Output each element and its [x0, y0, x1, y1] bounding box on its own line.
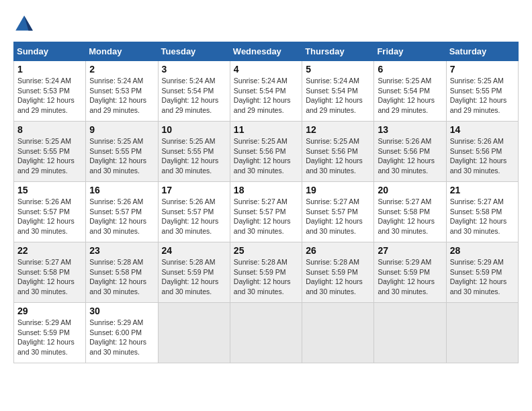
day-info: Sunrise: 5:26 AM Sunset: 5:57 PM Dayligh… — [17, 197, 82, 236]
calendar-cell: 9Sunrise: 5:25 AM Sunset: 5:55 PM Daylig… — [86, 122, 158, 182]
day-number: 11 — [234, 124, 298, 135]
day-number: 15 — [17, 185, 82, 195]
weekday-header-thursday: Thursday — [302, 42, 374, 61]
day-info: Sunrise: 5:25 AM Sunset: 5:54 PM Dayligh… — [378, 76, 442, 116]
day-number: 9 — [89, 124, 154, 135]
header — [13, 13, 519, 35]
calendar-cell: 21Sunrise: 5:27 AM Sunset: 5:58 PM Dayli… — [446, 182, 518, 242]
day-number: 25 — [234, 245, 298, 256]
day-number: 30 — [89, 306, 154, 316]
day-info: Sunrise: 5:28 AM Sunset: 5:59 PM Dayligh… — [162, 257, 226, 297]
logo-icon — [13, 13, 35, 35]
day-number: 1 — [17, 64, 82, 75]
day-number: 29 — [17, 306, 82, 316]
calendar-cell — [158, 303, 230, 363]
day-number: 26 — [306, 245, 370, 256]
day-number: 27 — [378, 245, 442, 256]
day-info: Sunrise: 5:29 AM Sunset: 5:59 PM Dayligh… — [450, 257, 515, 297]
day-number: 18 — [234, 185, 298, 195]
day-info: Sunrise: 5:25 AM Sunset: 5:55 PM Dayligh… — [450, 76, 515, 116]
day-info: Sunrise: 5:26 AM Sunset: 5:57 PM Dayligh… — [89, 197, 154, 236]
calendar-cell: 2Sunrise: 5:24 AM Sunset: 5:53 PM Daylig… — [86, 61, 158, 122]
day-info: Sunrise: 5:24 AM Sunset: 5:54 PM Dayligh… — [306, 76, 370, 116]
calendar-cell: 13Sunrise: 5:26 AM Sunset: 5:56 PM Dayli… — [374, 122, 446, 182]
weekday-header-tuesday: Tuesday — [158, 42, 230, 61]
calendar-table: SundayMondayTuesdayWednesdayThursdayFrid… — [13, 42, 519, 363]
day-number: 6 — [378, 64, 442, 75]
day-info: Sunrise: 5:29 AM Sunset: 5:59 PM Dayligh… — [378, 257, 442, 297]
day-info: Sunrise: 5:27 AM Sunset: 5:57 PM Dayligh… — [306, 197, 370, 236]
day-number: 5 — [306, 64, 370, 75]
calendar-cell: 18Sunrise: 5:27 AM Sunset: 5:57 PM Dayli… — [230, 182, 302, 242]
day-number: 2 — [89, 64, 154, 75]
day-info: Sunrise: 5:27 AM Sunset: 5:58 PM Dayligh… — [450, 197, 515, 236]
calendar-cell: 11Sunrise: 5:25 AM Sunset: 5:56 PM Dayli… — [230, 122, 302, 182]
day-info: Sunrise: 5:27 AM Sunset: 5:58 PM Dayligh… — [17, 257, 82, 297]
day-info: Sunrise: 5:29 AM Sunset: 6:00 PM Dayligh… — [89, 318, 154, 357]
weekday-header-monday: Monday — [86, 42, 158, 61]
day-number: 8 — [17, 124, 82, 135]
day-info: Sunrise: 5:24 AM Sunset: 5:53 PM Dayligh… — [17, 76, 82, 116]
week-row-2: 8Sunrise: 5:25 AM Sunset: 5:55 PM Daylig… — [14, 122, 519, 182]
calendar-cell: 1Sunrise: 5:24 AM Sunset: 5:53 PM Daylig… — [14, 61, 86, 122]
day-info: Sunrise: 5:28 AM Sunset: 5:59 PM Dayligh… — [306, 257, 370, 297]
calendar-cell: 24Sunrise: 5:28 AM Sunset: 5:59 PM Dayli… — [158, 242, 230, 303]
calendar-cell: 4Sunrise: 5:24 AM Sunset: 5:54 PM Daylig… — [230, 61, 302, 122]
day-info: Sunrise: 5:27 AM Sunset: 5:58 PM Dayligh… — [378, 197, 442, 236]
day-info: Sunrise: 5:25 AM Sunset: 5:55 PM Dayligh… — [162, 136, 226, 176]
calendar-cell: 16Sunrise: 5:26 AM Sunset: 5:57 PM Dayli… — [86, 182, 158, 242]
week-row-5: 29Sunrise: 5:29 AM Sunset: 5:59 PM Dayli… — [14, 303, 519, 363]
day-info: Sunrise: 5:25 AM Sunset: 5:56 PM Dayligh… — [234, 136, 298, 176]
weekday-header-row: SundayMondayTuesdayWednesdayThursdayFrid… — [14, 42, 519, 61]
day-info: Sunrise: 5:25 AM Sunset: 5:55 PM Dayligh… — [17, 136, 82, 176]
day-info: Sunrise: 5:26 AM Sunset: 5:56 PM Dayligh… — [378, 136, 442, 176]
day-info: Sunrise: 5:24 AM Sunset: 5:54 PM Dayligh… — [234, 76, 298, 116]
calendar-cell: 20Sunrise: 5:27 AM Sunset: 5:58 PM Dayli… — [374, 182, 446, 242]
day-number: 3 — [162, 64, 226, 75]
calendar-cell — [302, 303, 374, 363]
calendar-cell: 27Sunrise: 5:29 AM Sunset: 5:59 PM Dayli… — [374, 242, 446, 303]
day-info: Sunrise: 5:28 AM Sunset: 5:59 PM Dayligh… — [234, 257, 298, 297]
calendar-cell: 25Sunrise: 5:28 AM Sunset: 5:59 PM Dayli… — [230, 242, 302, 303]
calendar-cell: 26Sunrise: 5:28 AM Sunset: 5:59 PM Dayli… — [302, 242, 374, 303]
day-number: 24 — [162, 245, 226, 256]
logo — [13, 13, 38, 35]
day-info: Sunrise: 5:29 AM Sunset: 5:59 PM Dayligh… — [17, 318, 82, 357]
day-number: 12 — [306, 124, 370, 135]
calendar-cell: 6Sunrise: 5:25 AM Sunset: 5:54 PM Daylig… — [374, 61, 446, 122]
day-info: Sunrise: 5:26 AM Sunset: 5:57 PM Dayligh… — [162, 197, 226, 236]
day-info: Sunrise: 5:25 AM Sunset: 5:56 PM Dayligh… — [306, 136, 370, 176]
calendar-cell: 14Sunrise: 5:26 AM Sunset: 5:56 PM Dayli… — [446, 122, 518, 182]
day-number: 22 — [17, 245, 82, 256]
day-info: Sunrise: 5:24 AM Sunset: 5:53 PM Dayligh… — [89, 76, 154, 116]
week-row-4: 22Sunrise: 5:27 AM Sunset: 5:58 PM Dayli… — [14, 242, 519, 303]
day-info: Sunrise: 5:27 AM Sunset: 5:57 PM Dayligh… — [234, 197, 298, 236]
calendar-cell: 17Sunrise: 5:26 AM Sunset: 5:57 PM Dayli… — [158, 182, 230, 242]
calendar-cell: 22Sunrise: 5:27 AM Sunset: 5:58 PM Dayli… — [14, 242, 86, 303]
day-number: 28 — [450, 245, 515, 256]
day-number: 7 — [450, 64, 515, 75]
weekday-header-sunday: Sunday — [14, 42, 86, 61]
calendar-cell: 19Sunrise: 5:27 AM Sunset: 5:57 PM Dayli… — [302, 182, 374, 242]
calendar-cell: 29Sunrise: 5:29 AM Sunset: 5:59 PM Dayli… — [14, 303, 86, 363]
day-number: 19 — [306, 185, 370, 195]
calendar-cell: 10Sunrise: 5:25 AM Sunset: 5:55 PM Dayli… — [158, 122, 230, 182]
day-number: 13 — [378, 124, 442, 135]
day-info: Sunrise: 5:24 AM Sunset: 5:54 PM Dayligh… — [162, 76, 226, 116]
day-number: 10 — [162, 124, 226, 135]
calendar-cell: 30Sunrise: 5:29 AM Sunset: 6:00 PM Dayli… — [86, 303, 158, 363]
day-number: 14 — [450, 124, 515, 135]
weekday-header-wednesday: Wednesday — [230, 42, 302, 61]
calendar-cell — [230, 303, 302, 363]
calendar-cell: 3Sunrise: 5:24 AM Sunset: 5:54 PM Daylig… — [158, 61, 230, 122]
week-row-3: 15Sunrise: 5:26 AM Sunset: 5:57 PM Dayli… — [14, 182, 519, 242]
day-number: 4 — [234, 64, 298, 75]
day-number: 21 — [450, 185, 515, 195]
calendar-cell — [374, 303, 446, 363]
day-info: Sunrise: 5:25 AM Sunset: 5:55 PM Dayligh… — [89, 136, 154, 176]
day-info: Sunrise: 5:28 AM Sunset: 5:58 PM Dayligh… — [89, 257, 154, 297]
day-number: 20 — [378, 185, 442, 195]
day-number: 17 — [162, 185, 226, 195]
calendar-cell: 8Sunrise: 5:25 AM Sunset: 5:55 PM Daylig… — [14, 122, 86, 182]
weekday-header-friday: Friday — [374, 42, 446, 61]
